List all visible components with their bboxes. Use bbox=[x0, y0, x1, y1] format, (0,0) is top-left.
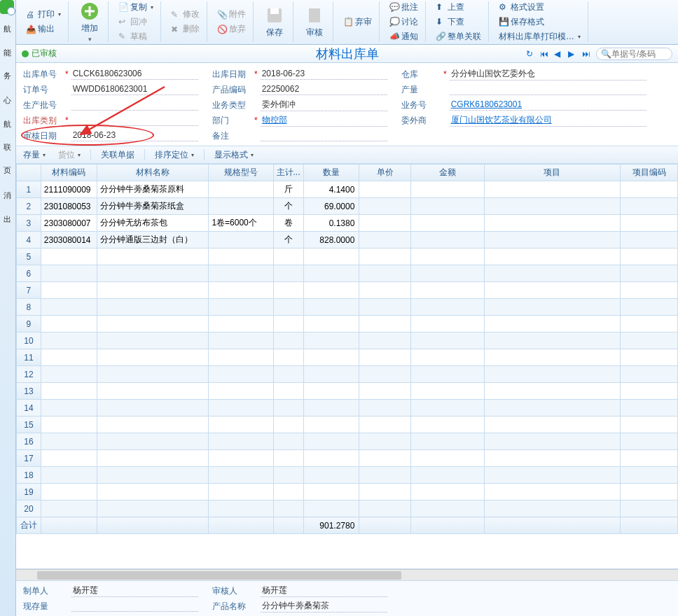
biz-type[interactable]: 委外倒冲 bbox=[261, 99, 387, 111]
order-no[interactable]: WWDD6180623001 bbox=[71, 84, 198, 95]
link-icon: 🔗 bbox=[436, 31, 445, 41]
save-button[interactable]: 保存 bbox=[261, 4, 289, 40]
table-row[interactable]: 32303080007分分钟无纺布茶包1卷=6000个卷0.1380 bbox=[17, 215, 678, 232]
search-icon: 🔍 bbox=[601, 49, 611, 59]
search-input[interactable] bbox=[611, 49, 667, 59]
stock-button[interactable]: 存量▾ bbox=[20, 148, 48, 162]
annotate-button[interactable]: 💬批注 bbox=[387, 1, 421, 14]
print-button[interactable]: 🖨打印▾ bbox=[23, 8, 64, 21]
first-icon[interactable]: ⏮ bbox=[540, 49, 550, 59]
discard-button[interactable]: 🚫放弃 bbox=[214, 22, 249, 36]
next-icon[interactable]: ▶ bbox=[568, 49, 578, 59]
sidebar-tab[interactable]: 航 bbox=[0, 112, 15, 115]
table-row[interactable]: 10 bbox=[17, 332, 678, 349]
table-row[interactable]: 12 bbox=[17, 366, 678, 383]
audit-date[interactable]: 2018-06-23 bbox=[71, 130, 198, 141]
print-template-button[interactable]: 材料出库单打印模…▾ bbox=[496, 30, 583, 43]
table-row[interactable]: 42303080014分分钟通版三边封（白）个828.0000 bbox=[17, 232, 678, 248]
table-row[interactable]: 7 bbox=[17, 282, 678, 299]
table-row[interactable]: 11 bbox=[17, 349, 678, 366]
col-amount[interactable]: 金额 bbox=[411, 164, 484, 181]
check-down-button[interactable]: ⬇下查 bbox=[433, 15, 484, 29]
sidebar-tab[interactable]: 能 bbox=[0, 41, 15, 43]
display-button[interactable]: 显示格式▾ bbox=[212, 148, 256, 162]
save-format-button[interactable]: 💾保存格式 bbox=[496, 15, 583, 29]
field-label: 出库单号 bbox=[23, 69, 62, 80]
footer-form: 制单人*杨开莲 审核人*杨开莲 现存量* 产品名称*分分钟牛蒡桑菊茶 bbox=[16, 580, 678, 616]
search-box[interactable]: 🔍 bbox=[596, 48, 672, 60]
draft-icon: ✎ bbox=[118, 31, 128, 41]
table-row[interactable]: 5 bbox=[17, 248, 678, 265]
table-row[interactable]: 16 bbox=[17, 433, 678, 450]
modify-button[interactable]: ✎修改 bbox=[168, 8, 202, 21]
remark[interactable] bbox=[261, 130, 387, 141]
output-button[interactable]: 📤输出 bbox=[23, 22, 64, 36]
table-row[interactable]: 19 bbox=[17, 484, 678, 500]
refresh-icon[interactable]: ↻ bbox=[526, 49, 536, 59]
draft-button[interactable]: ✎草稿 bbox=[116, 30, 156, 43]
table-row[interactable]: 14 bbox=[17, 400, 678, 416]
col-price[interactable]: 单价 bbox=[359, 164, 411, 181]
abandon-audit-button[interactable]: 📋弃审 bbox=[340, 15, 375, 29]
outsourcer[interactable]: 厦门山国饮艺茶业有限公司 bbox=[450, 114, 646, 127]
delete-icon: ✖ bbox=[171, 24, 181, 34]
sidebar-tab[interactable]: 航 bbox=[0, 17, 15, 20]
link-doc-button[interactable]: 关联单据 bbox=[98, 148, 137, 162]
data-grid[interactable]: 材料编码 材料名称 规格型号 主计... 数量 单价 金额 项目 项目编码 12… bbox=[16, 164, 678, 569]
attachment-button[interactable]: 📎附件 bbox=[214, 8, 249, 21]
col-unit[interactable]: 主计... bbox=[273, 164, 303, 181]
batch-no[interactable] bbox=[71, 99, 198, 111]
table-row[interactable]: 9 bbox=[17, 316, 678, 332]
sidebar-tab[interactable]: 心 bbox=[0, 88, 15, 91]
biz-no[interactable]: CGRK6180623001 bbox=[450, 99, 646, 111]
location-button[interactable]: 货位▾ bbox=[55, 148, 83, 162]
col-material-code[interactable]: 材料编码 bbox=[41, 164, 97, 181]
sidebar-tab[interactable]: 出 bbox=[0, 207, 15, 210]
department[interactable]: 物控部 bbox=[261, 114, 387, 127]
notify-button[interactable]: 📣通知 bbox=[387, 30, 421, 43]
col-spec[interactable]: 规格型号 bbox=[209, 164, 273, 181]
warehouse[interactable]: 分分钟山国饮艺委外仓 bbox=[450, 68, 646, 80]
table-row[interactable]: 17 bbox=[17, 450, 678, 467]
maker: 杨开莲 bbox=[71, 584, 198, 597]
save-format-icon: 💾 bbox=[499, 17, 509, 27]
horizontal-scrollbar[interactable] bbox=[16, 569, 678, 580]
add-button[interactable]: 增加▾ bbox=[76, 0, 104, 44]
outbound-date[interactable]: 2018-06-23 bbox=[261, 69, 387, 80]
table-row[interactable]: 6 bbox=[17, 265, 678, 282]
outbound-type[interactable] bbox=[71, 115, 198, 126]
check-up-button[interactable]: ⬆上查 bbox=[433, 1, 484, 14]
delete-button[interactable]: ✖删除 bbox=[168, 22, 202, 36]
field-label: 业务类型 bbox=[212, 99, 251, 111]
sidebar-tab[interactable]: 消 bbox=[0, 183, 15, 186]
sort-button[interactable]: 排序定位▾ bbox=[152, 148, 197, 162]
col-project[interactable]: 项目 bbox=[484, 164, 621, 181]
col-project-code[interactable]: 项目编码 bbox=[621, 164, 678, 181]
table-row[interactable]: 12111090009分分钟牛蒡桑菊茶原料斤4.1400 bbox=[17, 181, 678, 198]
table-row[interactable]: 13 bbox=[17, 383, 678, 400]
table-row[interactable]: 20 bbox=[17, 500, 678, 517]
discuss-button[interactable]: 💭讨论 bbox=[387, 15, 421, 29]
sidebar-tab[interactable]: 联 bbox=[0, 136, 15, 139]
table-row[interactable]: 18 bbox=[17, 467, 678, 484]
field-label: 业务号 bbox=[401, 99, 441, 111]
outbound-no[interactable]: CLCK6180623006 bbox=[71, 69, 198, 80]
format-set-button[interactable]: ⚙格式设置 bbox=[496, 1, 583, 14]
table-row[interactable]: 8 bbox=[17, 299, 678, 316]
copy-button[interactable]: 📄复制▾ bbox=[116, 1, 156, 14]
audit-button[interactable]: 审核 bbox=[300, 4, 328, 40]
sidebar-tab[interactable]: 页 bbox=[0, 160, 15, 162]
audit-icon bbox=[305, 6, 324, 25]
prev-icon[interactable]: ◀ bbox=[554, 49, 564, 59]
table-row[interactable]: 22301080053分分钟牛蒡桑菊茶纸盒个69.0000 bbox=[17, 198, 678, 215]
col-material-name[interactable]: 材料名称 bbox=[97, 164, 209, 181]
rollback-button[interactable]: ↩回冲 bbox=[116, 15, 156, 29]
table-row[interactable]: 15 bbox=[17, 416, 678, 433]
product-code[interactable]: 22250062 bbox=[261, 84, 387, 95]
col-qty[interactable]: 数量 bbox=[303, 164, 359, 181]
output-qty[interactable] bbox=[450, 84, 646, 95]
link-all-button[interactable]: 🔗整单关联 bbox=[433, 30, 484, 43]
last-icon[interactable]: ⏭ bbox=[582, 49, 592, 59]
discard-icon: 🚫 bbox=[217, 24, 227, 34]
sidebar-tab[interactable]: 务 bbox=[0, 64, 15, 67]
